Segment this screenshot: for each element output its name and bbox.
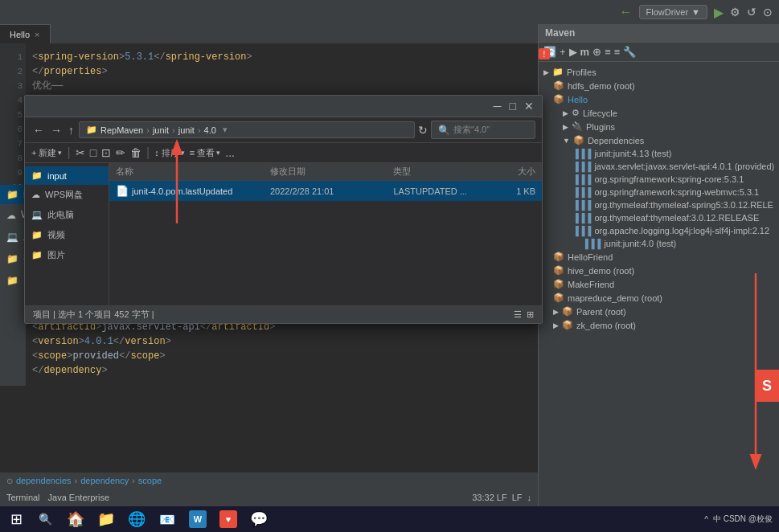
cut-btn[interactable]: ✂ [76, 146, 85, 159]
tree-item-dep-junit40[interactable]: ▐▐▐ junit:junit:4.0 (test) [539, 237, 779, 250]
dialog-sidebar-video[interactable]: 📁 视频 [25, 225, 109, 245]
tree-item-dep-thymeleaf5[interactable]: ▐▐▐ org.thymeleaf:thymeleaf-spring5:3.0.… [539, 198, 779, 211]
tree-item-zk[interactable]: ▶ 📦 zk_demo (root) [539, 318, 779, 332]
maven-list2-icon[interactable]: ≡ [614, 46, 621, 58]
tree-item-plugins[interactable]: ▶ 🔌 Plugins [539, 120, 779, 133]
tree-item-makefriend[interactable]: 📦 MakeFriend [539, 277, 779, 291]
zk-arrow: ▶ [553, 321, 559, 329]
bc-item-3[interactable]: scope [138, 476, 162, 485]
tree-item-dep-log4j[interactable]: ▐▐▐ org.apache.logging.log4j:log4j-slf4j… [539, 224, 779, 237]
search-icon: 🔍 [438, 125, 450, 136]
sort-btn[interactable]: ↕ 排序 ▾ [154, 147, 185, 159]
maven-m-icon[interactable]: m [580, 46, 590, 58]
extra-icon[interactable]: ⊙ [763, 6, 773, 18]
taskbar-search-btn[interactable]: 🔍 [32, 506, 58, 532]
dialog-path-bar[interactable]: 📁 RepMaven › junit › junit › 4.0 ▾ [79, 121, 415, 138]
hive-label: hive_demo (root) [568, 266, 634, 276]
status-tab-java[interactable]: Java Enterprise [48, 493, 109, 502]
file-row[interactable]: 📄 junit-4.0.pom.lastUpdated 2022/2/28 21… [109, 181, 542, 201]
tree-item-profiles[interactable]: ▶ 📁 Profiles [539, 65, 779, 79]
view-btn[interactable]: ≡ 查看 ▾ [190, 147, 220, 159]
maven-run-icon[interactable]: ▶ [569, 46, 577, 58]
more-btn[interactable]: ... [225, 146, 235, 159]
tree-item-dep-servlet[interactable]: ▐▐▐ javax.servlet:javax.servlet-api:4.0.… [539, 160, 779, 173]
dep-label-2: javax.servlet:javax.servlet-api:4.0.1 (p… [594, 162, 774, 171]
taskbar-start-btn[interactable]: ⊞ [0, 506, 32, 532]
rename-btn[interactable]: ✏ [116, 146, 125, 159]
maven-expand-icon[interactable]: ⊕ [592, 46, 601, 58]
tree-item-hdfs[interactable]: 📦 hdfs_demo (root) [539, 79, 779, 92]
tray-up-arrow[interactable]: ^ [704, 515, 708, 524]
settings-icon[interactable]: ⚙ [730, 6, 740, 18]
col-size[interactable]: 大小 [486, 166, 535, 178]
tree-item-hellofriend[interactable]: 📦 HelloFriend [539, 250, 779, 264]
maven-add-icon[interactable]: + [560, 46, 566, 58]
tool-up[interactable]: ↑ [67, 122, 76, 138]
bc-icon: ⊙ [6, 477, 13, 485]
maven-list-icon[interactable]: ≡ [605, 46, 611, 58]
tab-close-icon[interactable]: × [35, 30, 39, 39]
taskbar: ⊞ 🔍 🏠 📁 🌐 📧 W ♥ 💬 ^ 中 CSDN @校俊 [0, 506, 779, 532]
tab-hello[interactable]: Hello × [0, 24, 51, 43]
dialog-sidebar-computer[interactable]: 💻 此电脑 [25, 205, 109, 225]
tree-item-dep-thymeleaf[interactable]: ▐▐▐ org.thymeleaf:thymeleaf:3.0.12.RELEA… [539, 211, 779, 224]
tree-item-lifecycle[interactable]: ▶ ⚙ Lifecycle [539, 106, 779, 120]
bc-item-2[interactable]: dependency [80, 476, 129, 485]
taskbar-app-3[interactable]: 🌐 [122, 506, 151, 532]
tree-item-parent[interactable]: ▶ 📦 Parent (root) [539, 305, 779, 318]
run-icon[interactable]: ▶ [714, 5, 724, 20]
taskbar-app-2[interactable]: 📁 [92, 506, 121, 532]
flowdriver-btn[interactable]: FlowDriver ▼ [639, 5, 707, 19]
line-indicator: 33:32 LF [472, 493, 506, 502]
parent-icon: 📦 [562, 306, 573, 317]
tree-item-dep-spring-core[interactable]: ▐▐▐ org.springframework:spring-core:5.3.… [539, 173, 779, 186]
copy-btn[interactable]: □ [90, 146, 96, 159]
code-line-2: </properties> [32, 64, 531, 79]
taskbar-app-4[interactable]: 📧 [153, 506, 182, 532]
tool-forward[interactable]: → [49, 122, 64, 138]
paste-btn[interactable]: ⊡ [101, 146, 111, 159]
tree-item-dependencies[interactable]: ▼ 📦 Dependencies [539, 133, 779, 147]
dep-icon-2: ▐▐▐ [572, 162, 591, 171]
col-date[interactable]: 修改日期 [270, 166, 394, 178]
s-button[interactable]: S [755, 370, 779, 402]
bc-item-1[interactable]: dependencies [16, 476, 72, 485]
parent-label: Parent (root) [576, 307, 626, 317]
file-list-header: 名称 修改日期 类型 大小 [109, 163, 542, 181]
makefriend-label: MakeFriend [568, 280, 614, 289]
taskbar-app-5[interactable]: W [183, 506, 212, 532]
view-grid-icon[interactable]: ⊞ [527, 309, 534, 320]
reload-icon[interactable]: ↺ [747, 6, 756, 18]
dialog-sidebar-pictures[interactable]: 📁 图片 [25, 245, 109, 265]
path-refresh[interactable]: ↻ [418, 124, 428, 137]
mapreduce-icon: 📦 [553, 293, 564, 303]
taskbar-app-1[interactable]: 🏠 [61, 506, 90, 532]
dialog-minimize[interactable]: ─ [494, 100, 502, 113]
taskbar-app-7[interactable]: 💬 [244, 506, 273, 532]
code-bottom-line-2: <version>4.0.1</version> [32, 334, 531, 349]
col-name[interactable]: 名称 [116, 166, 270, 178]
view-list-icon[interactable]: ☰ [514, 309, 522, 320]
dialog-search-box[interactable]: 🔍 搜索"4.0" [431, 121, 535, 139]
delete-btn[interactable]: 🗑 [130, 146, 141, 159]
dialog-sidebar: 📁 input ☁ WPS网盘 💻 此电脑 📁 视频 📁 图片 [25, 163, 109, 305]
dialog-maximize[interactable]: □ [510, 100, 516, 113]
tree-item-mapreduce[interactable]: 📦 mapreduce_demo (root) [539, 291, 779, 305]
tree-item-dep-spring-web[interactable]: ▐▐▐ org.springframework:spring-webmvc:5.… [539, 186, 779, 198]
code-editor-bottom[interactable]: <artifactId>javax.servlet-api</artifactI… [26, 313, 538, 422]
new-btn[interactable]: + 新建 ▾ [31, 147, 62, 159]
taskbar-app-6[interactable]: ♥ [214, 506, 243, 532]
bc-arrow-2: › [132, 476, 135, 485]
dialog-sidebar-input[interactable]: 📁 input [25, 166, 109, 185]
tree-item-hello[interactable]: 📦 Hello [539, 92, 779, 106]
status-tab-terminal[interactable]: Terminal [6, 493, 40, 502]
tree-item-dep-junit413[interactable]: ▐▐▐ junit:junit:4.13 (test) [539, 147, 779, 160]
maven-tool-icon[interactable]: 🔧 [623, 46, 636, 58]
col-type[interactable]: 类型 [393, 166, 486, 178]
dialog-sidebar-wps[interactable]: ☁ WPS网盘 [25, 185, 109, 205]
back-icon[interactable]: ← [620, 5, 633, 19]
tree-item-hive[interactable]: 📦 hive_demo (root) [539, 264, 779, 277]
parent-arrow: ▶ [553, 308, 559, 316]
tool-back[interactable]: ← [31, 122, 46, 138]
dialog-close-icon[interactable]: ✕ [524, 100, 534, 113]
